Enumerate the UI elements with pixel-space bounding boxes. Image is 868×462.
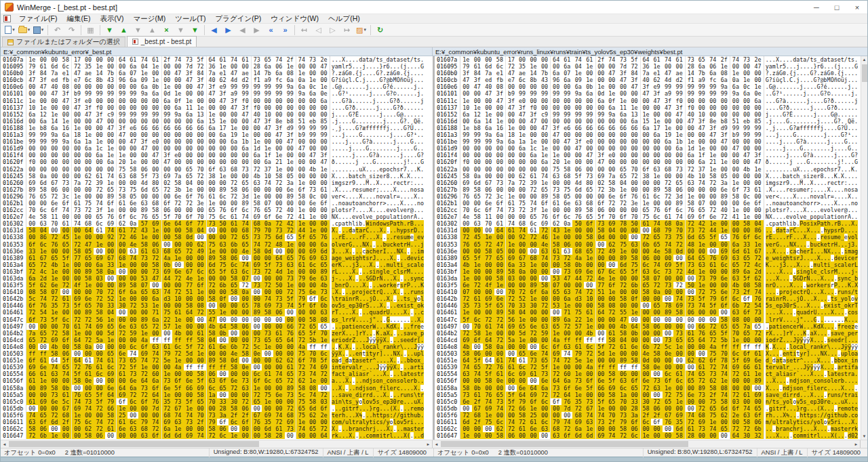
hex-row[interactable]: 01607a1e00005817000000646174612f74735f64… — [435, 56, 861, 63]
hex-row[interactable]: 0166116d2f756c7472616c79746963732f796f6c… — [435, 419, 861, 425]
hex-row[interactable]: 01620ff00000000000006a201e00004700000000… — [435, 159, 861, 165]
last-file-button[interactable]: ↦ — [340, 24, 353, 36]
hex-row[interactable]: 016503ffff5806000000656e74697479725d1e00… — [1, 350, 433, 357]
scroll-up-icon[interactable]: ▲ — [861, 56, 867, 63]
hscrollbar-right[interactable]: ◄ ► — [433, 440, 861, 448]
hex-row[interactable]: 0164466f7635735f6570333072531e0000580800… — [1, 302, 433, 309]
menu-tools[interactable]: ツール(T) — [170, 14, 210, 23]
hex-pane-right[interactable]: 01607a1e00005817000000646174612f74735f64… — [435, 56, 861, 440]
hex-row[interactable]: 016338008672451e00009272461e0000580d0000… — [1, 234, 433, 240]
undo-button[interactable]: ↶ — [51, 24, 64, 36]
hex-row[interactable]: 0165c06e2f74735f796f6c6f7635735f65703330… — [435, 398, 861, 405]
current-difference-button[interactable]: ▼ — [132, 24, 144, 36]
copy-right-button[interactable]: ▶ — [222, 24, 235, 36]
hscroll-thumb-right[interactable] — [441, 441, 688, 447]
hex-row[interactable]: 01616d006a141e00004700000000000000006a15… — [435, 118, 861, 125]
hex-row[interactable]: 016137101e0000473ff00000000000006a111e00… — [435, 104, 861, 111]
hex-row[interactable]: 0162967665723c1e00008958050000006e6f7661… — [435, 193, 861, 200]
hex-row[interactable]: 01622a000000000000000075580600000065706f… — [1, 166, 433, 173]
hex-row[interactable]: 01633872451e00009272461e0000580d00000072… — [435, 234, 861, 240]
scroll-left-icon[interactable]: ◄ — [433, 440, 440, 448]
menu-merge[interactable]: マージ(M) — [128, 14, 170, 23]
hex-row[interactable]: 01636e00005805000000636163686572491e0000… — [435, 248, 861, 255]
hex-row[interactable]: 01620ff00000000000006a201e00004700000000… — [1, 159, 433, 165]
hscrollbar-left[interactable]: ◄ ► — [1, 440, 433, 448]
hex-row[interactable]: 0163a44b1e00006a331e0000580b0000006d756c… — [435, 261, 861, 268]
hex-row[interactable]: 01656f611e0000580e0000006e646a736f6e5f63… — [1, 377, 433, 384]
hex-row[interactable]: 0161d900000000006a1c1e000047000000000000… — [435, 145, 861, 152]
hex-row[interactable]: 0165f6746572681e000058250000006874747073… — [1, 412, 433, 419]
hex-row[interactable]: 0164e84b00580a0000006c6f63616c5f72616e6b… — [435, 343, 861, 350]
hex-row[interactable]: 0163020063706174686c69620a506f7369785061… — [435, 220, 861, 227]
last-difference-button[interactable]: ▼ — [189, 24, 201, 36]
next-difference-button[interactable]: ▼ — [103, 24, 116, 36]
hex-row[interactable]: 01641008580700000070726f6a65637472511e00… — [1, 289, 433, 295]
hex-row[interactable]: 01644635735f6570333072531e00005808000000… — [435, 302, 861, 309]
hex-pane-left[interactable]: 01607a1e00005817000000646174612f74735f64… — [1, 56, 433, 440]
menu-view[interactable]: 表示(V) — [95, 14, 128, 23]
copy-all-left-button[interactable]: « — [264, 24, 277, 36]
tab-file-selection[interactable]: ファイルまたはフォルダーの選択 — [2, 37, 125, 47]
hex-row[interactable]: 0161881eb86a161e0000473fe66666666666666a… — [1, 125, 433, 131]
hex-row[interactable]: 0162cc706c6f7473723f1e000089580600000065… — [435, 207, 861, 213]
previous-file-button[interactable]: ◁ — [312, 24, 325, 36]
hex-row[interactable]: 0165db00000067697472661e00007d72671e0000… — [1, 405, 433, 412]
recompare-button[interactable]: ▦ — [84, 24, 97, 36]
scroll-left-icon[interactable]: ◄ — [1, 440, 8, 448]
dropdown-arrow-icon[interactable]: ▾ — [28, 27, 31, 33]
mdi-document-icon[interactable] — [3, 15, 11, 22]
dropdown-arrow-icon[interactable]: ▾ — [12, 27, 15, 33]
hex-row[interactable]: 01636e331e00005805000000636163686572491e… — [1, 248, 433, 255]
options-button[interactable]: ▨▾ — [355, 24, 368, 36]
hex-row[interactable]: 0164cd696f64725a1e00004affffffff58040000… — [435, 337, 861, 343]
menu-window[interactable]: ウィンドウ(W) — [266, 14, 323, 23]
reload-plugins-button[interactable]: ↻ — [374, 24, 387, 36]
next-file-button[interactable]: ▷ — [326, 24, 339, 36]
hex-row[interactable]: 016539696e74657276616c725f1e00004affffff… — [1, 364, 433, 371]
vertical-scrollbar[interactable]: ▲ ▼ — [861, 56, 867, 440]
hex-row[interactable]: 0162967665723c1e00008958050000006e6f7661… — [1, 193, 433, 200]
hex-row[interactable]: 0162e74e581100000065766f6c76655f706f7075… — [1, 213, 433, 220]
previous-difference-button[interactable]: ▲ — [117, 24, 130, 36]
hex-row[interactable]: 0161a399999a6a181e0000470000000000000000… — [1, 131, 433, 138]
hex-row[interactable]: 0165a5736176655f64697272641e0000581a0000… — [435, 392, 861, 398]
hex-row[interactable]: 0160cb473fedfbe76c8b43966a091e0000473f40… — [1, 77, 433, 83]
scroll-right-icon[interactable]: ► — [852, 440, 860, 448]
new-button[interactable]: ▾ — [3, 24, 16, 36]
hex-row[interactable]: 01611c1e0000473fe00000000000006a0f1e0000… — [435, 98, 861, 104]
hex-row[interactable]: 0164b27a6572581e00005d72591e00004b006158… — [1, 330, 433, 337]
hex-row[interactable]: 0165f672681e0000582500000068747470733a2f… — [435, 412, 861, 419]
hex-row[interactable]: 0164970070617469656e636572571e00004b6458… — [435, 323, 861, 330]
hex-row[interactable]: 0160b03f847ae147ae147b6a071e0000473f847a… — [435, 70, 861, 77]
hscroll-thumb-left[interactable] — [9, 441, 259, 447]
hex-row[interactable]: 01646172541e0000895804000000717561647255… — [1, 309, 433, 316]
hex-row[interactable]: 01649700000070617469656e636572571e00004b… — [1, 323, 433, 330]
hex-row[interactable]: 0165035806000000656e74697479725d1e00004e… — [435, 350, 861, 357]
menu-file[interactable]: ファイル(F) — [14, 14, 62, 23]
copy-right-advance-button[interactable]: ▶ — [250, 24, 263, 36]
hex-row[interactable]: 01622a000000000000000075580600000065706f… — [435, 166, 861, 173]
hex-row[interactable]: 0163536f6c766572471e00004e58060000006275… — [1, 241, 433, 248]
minimize-button[interactable]: ─ — [806, 1, 827, 14]
hex-row[interactable]: 0164b272581e00005d72591e00004b0061580b00… — [435, 330, 861, 337]
hex-row[interactable]: 01631d0000006461746172431e00005804000000… — [435, 227, 861, 234]
hex-row[interactable]: 0164100700000070726f6a65637472511e000058… — [435, 289, 861, 295]
right-file-path[interactable]: E:¥_common¥kubuntu_error¥runs_linux¥runs… — [433, 47, 867, 56]
scroll-down-icon[interactable]: ▼ — [861, 433, 867, 440]
hex-row[interactable]: 0161010000473fb999999999999a6a0d1e000047… — [1, 90, 433, 97]
hex-row[interactable]: 0161f40000000000006a1e1e0000473fe0000000… — [1, 152, 433, 159]
hex-row[interactable]: 0166471e00005806000000636f6d6d6974726c1e… — [435, 432, 861, 439]
left-file-path[interactable]: E:¥_common¥kubuntu_error¥_best.pt — [1, 47, 433, 56]
hex-row[interactable]: 01662c0000006272616e6368726a1e0000580600… — [435, 425, 861, 432]
hex-row[interactable]: 0163896167655f77656967687473724a1e000089… — [1, 255, 433, 261]
hex-row[interactable]: 0164611e00008958040000007175616472551e00… — [435, 309, 861, 316]
open-button[interactable]: ▾ — [18, 24, 31, 36]
menu-help[interactable]: ヘルプ(H) — [323, 14, 365, 23]
close-button[interactable]: × — [847, 1, 867, 14]
dropdown-arrow-icon[interactable]: ▾ — [363, 27, 366, 33]
menu-plugins[interactable]: プラグイン(P) — [211, 14, 267, 23]
select-difference-button[interactable]: × — [160, 24, 173, 36]
hex-row[interactable]: 0161f40000000000006a1e1e0000473fe0000000… — [435, 152, 861, 159]
hex-row[interactable]: 0164e800004b00580a0000006c6f63616c5f7261… — [1, 343, 433, 350]
hex-row[interactable]: 01656f0000580e0000006e646a736f6e5f636f6e… — [435, 377, 861, 384]
